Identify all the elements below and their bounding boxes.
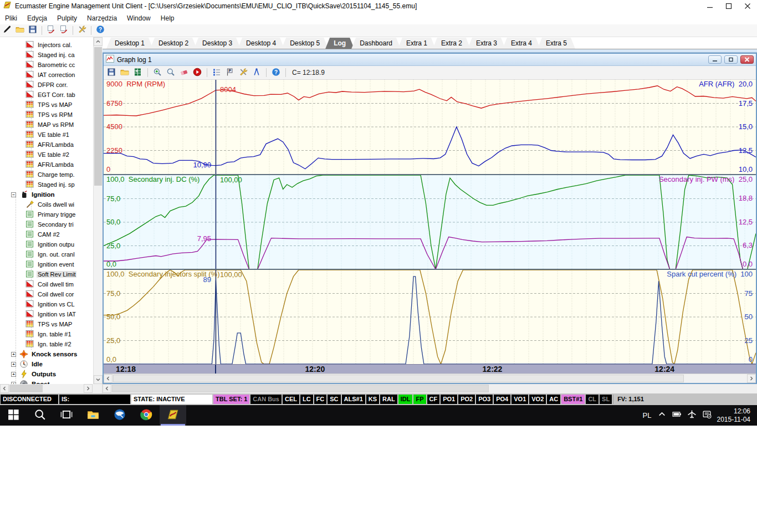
save-button[interactable] bbox=[27, 25, 38, 36]
tab-log[interactable]: Log bbox=[325, 38, 354, 49]
menu-item-help[interactable]: Help bbox=[156, 12, 180, 24]
scroll-right-button[interactable] bbox=[84, 384, 93, 393]
tree-item-ignition-outpu[interactable]: Ignition outpu bbox=[0, 239, 93, 249]
tab-desktop-1[interactable]: Desktop 1 bbox=[106, 38, 153, 49]
tab-extra-1[interactable]: Extra 1 bbox=[398, 38, 436, 49]
scroll-left-button[interactable] bbox=[103, 384, 111, 393]
tree-item-egt-corr-tab[interactable]: EGT Corr. tab bbox=[0, 90, 93, 100]
tree-expander[interactable]: + bbox=[11, 352, 16, 357]
tree-item-primary-trigge[interactable]: Primary trigge bbox=[0, 209, 93, 219]
tree-item-coil-dwell-tim[interactable]: Coil dwell tim bbox=[0, 279, 93, 289]
tab-desktop-5[interactable]: Desktop 5 bbox=[282, 38, 328, 49]
tree-item-map-vs-rpm[interactable]: MAP vs RPM bbox=[0, 120, 93, 130]
graph-scroll-thumb[interactable] bbox=[113, 375, 684, 382]
chart-panel-1[interactable]: 9000 RPM (RPM)6750450022500AFR (AFR) 20,… bbox=[104, 80, 756, 174]
start-button[interactable] bbox=[0, 405, 27, 426]
tree-item-iat-correction[interactable]: IAT correction bbox=[0, 70, 93, 80]
scroll-left-button[interactable] bbox=[0, 384, 9, 393]
chrome-button[interactable] bbox=[133, 405, 160, 426]
import-button[interactable] bbox=[45, 25, 57, 36]
tab-extra-5[interactable]: Extra 5 bbox=[538, 38, 575, 49]
menu-item-window[interactable]: Window bbox=[122, 12, 156, 24]
tree-item-tps-vs-map[interactable]: TPS vs MAP bbox=[0, 319, 93, 329]
tree-item-coil-dwell-cor[interactable]: Coil dwell cor bbox=[0, 289, 93, 299]
tab-dashboard[interactable]: Dashboard bbox=[351, 38, 401, 49]
tree-item-cam-#2[interactable]: CAM #2 bbox=[0, 229, 93, 239]
tree-item-knock-sensors[interactable]: +Knock sensors bbox=[0, 349, 93, 359]
ecumaster-button[interactable] bbox=[160, 405, 186, 426]
tree-item-staged-inj-sp[interactable]: Staged inj. sp bbox=[0, 180, 93, 190]
clear-button[interactable] bbox=[178, 67, 190, 78]
search-button[interactable] bbox=[27, 405, 53, 426]
tree-item-secondary-tri[interactable]: Secondary tri bbox=[0, 219, 93, 229]
menu-item-pliki[interactable]: Pliki bbox=[0, 12, 22, 24]
tree-item-afr-lambda[interactable]: AFR/Lambda bbox=[0, 140, 93, 150]
tree-item-ve-table-#1[interactable]: VE table #1 bbox=[0, 130, 93, 140]
tree-item-ignition-vs-iat[interactable]: Ignition vs IAT bbox=[0, 309, 93, 319]
tree-scroll-thumb[interactable] bbox=[94, 47, 102, 186]
chart-panel-2[interactable]: 100,0 Secondary inj. DC (%)75,050,025,00… bbox=[104, 175, 756, 269]
export-button[interactable] bbox=[58, 25, 69, 36]
tree-item-soft-rev-limit[interactable]: Soft Rev Limit bbox=[0, 269, 93, 279]
mdi-scroll-thumb[interactable] bbox=[112, 385, 489, 392]
tab-extra-4[interactable]: Extra 4 bbox=[503, 38, 540, 49]
close-button[interactable] bbox=[738, 0, 757, 12]
tree-item-outputs[interactable]: +Outputs bbox=[0, 369, 93, 379]
tree-item-ve-table-#2[interactable]: VE table #2 bbox=[0, 150, 93, 160]
task-view-button[interactable] bbox=[53, 405, 80, 426]
scroll-left-button[interactable] bbox=[104, 374, 112, 383]
graph-restore-button[interactable] bbox=[724, 55, 738, 64]
scroll-down-button[interactable] bbox=[94, 375, 103, 384]
tab-desktop-4[interactable]: Desktop 4 bbox=[238, 38, 284, 49]
graph-close-button[interactable] bbox=[740, 55, 754, 64]
tree-item-charge-temp-[interactable]: Charge temp. bbox=[0, 170, 93, 180]
tree-expander[interactable]: + bbox=[11, 362, 16, 367]
tree-item-ignition[interactable]: −Ignition bbox=[0, 190, 93, 200]
tree-item-ign-table-#1[interactable]: Ign. table #1 bbox=[0, 329, 93, 339]
tree-item-boost[interactable]: +Boost bbox=[0, 379, 93, 384]
help-button[interactable]: ? bbox=[270, 67, 282, 78]
measure-button[interactable] bbox=[251, 67, 262, 78]
tree-item-barometric-cc[interactable]: Barometric cc bbox=[0, 60, 93, 70]
mdi-horizontal-scrollbar[interactable] bbox=[103, 384, 757, 393]
tree-item-idle[interactable]: +Idle bbox=[0, 359, 93, 369]
tree-item-staged-inj-ca[interactable]: Staged inj. ca bbox=[0, 50, 93, 60]
open-log-button[interactable] bbox=[119, 67, 130, 78]
airplane-icon[interactable] bbox=[687, 410, 697, 421]
settings-button[interactable] bbox=[238, 67, 249, 78]
tree-item-ign-out-cranl[interactable]: Ign. out. cranl bbox=[0, 249, 93, 259]
parameters-button[interactable]: P bbox=[224, 67, 236, 78]
language-indicator[interactable]: PL bbox=[643, 411, 652, 420]
tree-item-tps-vs-rpm[interactable]: TPS vs RPM bbox=[0, 110, 93, 120]
chevron-up-icon[interactable] bbox=[657, 410, 667, 421]
tree-item-dfpr-corr-[interactable]: DFPR corr. bbox=[0, 80, 93, 90]
menu-item-narzędzia[interactable]: Narzędzia bbox=[82, 12, 122, 24]
menu-item-edycja[interactable]: Edycja bbox=[22, 12, 52, 24]
taskbar-clock[interactable]: 12:062015-11-04 bbox=[717, 407, 751, 424]
menu-item-pulpity[interactable]: Pulpity bbox=[52, 12, 82, 24]
tree-horizontal-scrollbar[interactable] bbox=[0, 384, 103, 393]
tree-expander[interactable]: − bbox=[11, 192, 16, 197]
tab-desktop-2[interactable]: Desktop 2 bbox=[150, 38, 197, 49]
tree-item-ignition-vs-cl[interactable]: Ignition vs CL bbox=[0, 299, 93, 309]
file-explorer-button[interactable] bbox=[80, 405, 106, 426]
minimize-button[interactable] bbox=[700, 0, 719, 12]
open-button[interactable] bbox=[14, 25, 25, 36]
graph-minimize-button[interactable] bbox=[708, 55, 722, 64]
tab-extra-2[interactable]: Extra 2 bbox=[433, 38, 470, 49]
tree-item-ignition-event[interactable]: Ignition event bbox=[0, 259, 93, 269]
tree-hscroll-thumb[interactable] bbox=[9, 385, 43, 392]
tree-item-afr-lambda[interactable]: AFR/Lambda bbox=[0, 160, 93, 170]
tree-item-tps-vs-map[interactable]: TPS vs MAP bbox=[0, 100, 93, 110]
scroll-up-button[interactable] bbox=[94, 37, 103, 46]
zoom-in-button[interactable] bbox=[152, 67, 163, 78]
tree-item-coils-dwell-wi[interactable]: Coils dwell wi bbox=[0, 200, 93, 209]
battery-icon[interactable] bbox=[672, 410, 682, 421]
tree-item-ign-table-#2[interactable]: Ign. table #2 bbox=[0, 339, 93, 349]
zoom-out-button[interactable] bbox=[165, 67, 176, 78]
maximize-button[interactable] bbox=[719, 0, 738, 12]
channels-button[interactable] bbox=[211, 67, 222, 78]
connect-button[interactable] bbox=[2, 25, 13, 36]
tree-vertical-scrollbar[interactable] bbox=[93, 37, 103, 384]
graph-window-titlebar[interactable]: Graph log 1 bbox=[104, 54, 756, 66]
